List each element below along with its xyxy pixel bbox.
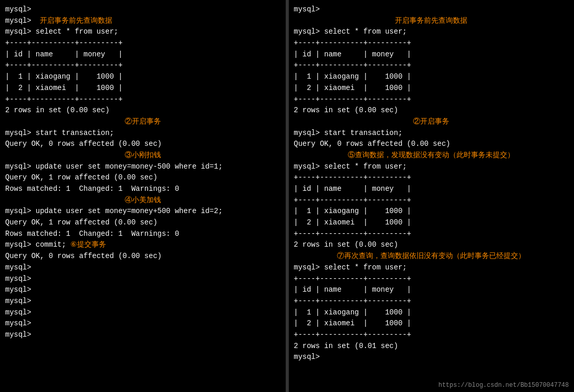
right-panel: https://blog.csdn.net/Bb15070047748 mysq… (289, 0, 575, 392)
terminal-line: Query OK, 0 rows affected (0.00 sec) (294, 139, 569, 150)
terminal-line: +----+----------+---------+ (294, 296, 569, 307)
terminal-line: +----+----------+---------+ (5, 60, 281, 71)
terminal-line: ②开启事务 (294, 116, 569, 128)
terminal-line: +----+----------+---------+ (294, 229, 569, 240)
terminal-line: mysql> select * from user; (294, 262, 569, 274)
terminal-line: mysql> (5, 307, 281, 319)
terminal-line: ④小美加钱 (5, 195, 281, 206)
terminal-line: 2 rows in set (0.00 sec) (294, 105, 569, 116)
terminal-line: | id | name | money | (294, 284, 569, 296)
terminal-line: | 1 | xiaogang | 1000 | (294, 307, 569, 319)
terminal-line: +----+----------+---------+ (294, 329, 569, 341)
terminal-line: | id | name | money | (294, 184, 569, 195)
terminal-line: mysql> 开启事务前先查询数据 (5, 16, 281, 27)
terminal-line: Rows matched: 1 Changed: 1 Warnings: 0 (5, 229, 281, 240)
terminal-line: | 1 | xiaogang | 1000 | (5, 71, 281, 83)
terminal-line: 2 rows in set (0.00 sec) (294, 239, 569, 251)
terminal-line: mysql> (5, 329, 281, 341)
terminal-line: ③小刚扣钱 (5, 150, 281, 161)
terminal-line: +----+----------+---------+ (294, 172, 569, 184)
left-panel: mysql>mysql> 开启事务前先查询数据mysql> select * f… (0, 0, 286, 392)
terminal-line: | id | name | money | (5, 49, 281, 61)
terminal-line: mysql> (5, 284, 281, 296)
terminal-line: mysql> start transaction; (5, 128, 281, 139)
terminal-line: Rows matched: 1 Changed: 1 Warnings: 0 (5, 184, 281, 195)
terminal-line: mysql> update user set money=money-500 w… (5, 161, 281, 173)
terminal-line: +----+----------+---------+ (5, 94, 281, 105)
terminal-line: | id | name | money | (294, 49, 569, 61)
terminal-line: Query OK, 1 row affected (0.00 sec) (5, 217, 281, 229)
terminal-line: 2 rows in set (0.01 sec) (294, 341, 569, 352)
terminal-line: 2 rows in set (0.00 sec) (5, 105, 281, 116)
terminal-line: ⑦再次查询，查询数据依旧没有变动（此时事务已经提交） (294, 251, 569, 262)
terminal-line: mysql> (294, 352, 569, 363)
url-text: https://blog.csdn.net/Bb15070047748 (438, 382, 569, 389)
terminal-line: | 2 | xiaomei | 1000 | (294, 83, 569, 94)
terminal-line: mysql> start transaction; (294, 128, 569, 139)
terminal-line: 开启事务前先查询数据 (294, 16, 569, 27)
terminal-line: mysql> commit; ⑥提交事务 (5, 239, 281, 251)
terminal-line: | 2 | xiaomei | 1000 | (294, 318, 569, 329)
terminal-line: | 1 | xiaogang | 1000 | (294, 206, 569, 217)
terminal-line: mysql> select * from user; (294, 161, 569, 173)
terminal-line: mysql> (5, 262, 281, 274)
terminal-line: mysql> (5, 4, 281, 16)
terminal-line: +----+----------+---------+ (294, 38, 569, 49)
terminal-line: Query OK, 0 rows affected (0.00 sec) (5, 251, 281, 262)
terminal-line: ②开启事务 (5, 116, 281, 128)
terminal-line: +----+----------+---------+ (294, 274, 569, 285)
terminal-line: mysql> select * from user; (5, 26, 281, 38)
terminal-line: mysql> (294, 4, 569, 16)
terminal-line: +----+----------+---------+ (294, 94, 569, 105)
terminal-line: ⑤查询数据，发现数据没有变动（此时事务未提交） (294, 150, 569, 161)
terminal-line: mysql> (5, 274, 281, 285)
terminal-line: +----+----------+---------+ (5, 38, 281, 49)
terminal-line: | 2 | xiaomei | 1000 | (294, 217, 569, 229)
terminal-line: mysql> (5, 318, 281, 329)
terminal-line: mysql> update user set money=money+500 w… (5, 206, 281, 217)
terminal-line: mysql> select * from user; (294, 26, 569, 38)
terminal-line: +----+----------+---------+ (294, 195, 569, 206)
terminal-line: | 2 | xiaomei | 1000 | (5, 83, 281, 94)
terminal-line: +----+----------+---------+ (294, 60, 569, 71)
terminal-line: mysql> (5, 296, 281, 307)
terminal-line: | 1 | xiaogang | 1000 | (294, 71, 569, 83)
terminal-line: Query OK, 0 rows affected (0.00 sec) (5, 139, 281, 150)
terminal-line: Query OK, 1 row affected (0.00 sec) (5, 172, 281, 184)
